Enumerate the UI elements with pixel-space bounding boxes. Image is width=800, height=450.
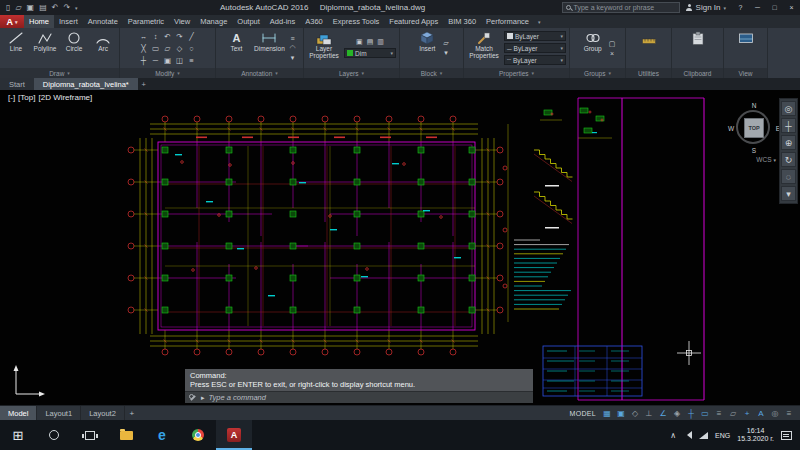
application-menu-button[interactable]: A ▾: [0, 15, 24, 28]
leader-tool-button[interactable]: ≡: [289, 35, 295, 42]
modify-tool-button[interactable]: ─: [153, 56, 158, 65]
tray-expand-icon[interactable]: ∧: [670, 431, 676, 440]
clock[interactable]: 16:14 15.3.2020 г.: [737, 427, 774, 443]
save-icon[interactable]: ▣: [27, 4, 35, 12]
new-drawing-button[interactable]: +: [138, 78, 150, 90]
viewcube-north[interactable]: N: [752, 102, 757, 109]
polyline-tool-button[interactable]: Polyline: [32, 29, 58, 67]
panel-label-draw[interactable]: Draw ▾: [0, 68, 119, 78]
tab-annotate[interactable]: Annotate: [83, 15, 123, 28]
plot-icon[interactable]: ▤: [39, 4, 47, 12]
tab-featured-apps[interactable]: Featured Apps: [384, 15, 443, 28]
panel-label-modify[interactable]: Modify ▾: [120, 68, 215, 78]
group-edit-button[interactable]: ×: [609, 50, 616, 57]
file-explorer-button[interactable]: [108, 420, 144, 450]
tab-performance[interactable]: Performance: [481, 15, 534, 28]
match-properties-button[interactable]: Match Properties: [467, 29, 501, 67]
view-controls-button[interactable]: [Top]: [18, 93, 35, 102]
network-icon[interactable]: [699, 432, 708, 439]
model-space-label[interactable]: MODEL: [570, 410, 596, 417]
circle-tool-button[interactable]: Circle: [61, 29, 87, 67]
modify-tool-button[interactable]: ◫: [176, 56, 183, 65]
layout-tab-model[interactable]: Model: [0, 406, 37, 420]
volume-icon[interactable]: [683, 431, 692, 439]
modify-tool-button[interactable]: ≡: [189, 56, 193, 65]
arc-tool-button[interactable]: Arc: [90, 29, 116, 67]
linetype-dropdown[interactable]: ┄ ByLayer ▾: [504, 55, 566, 65]
notification-center-icon[interactable]: [781, 431, 792, 440]
task-view-button[interactable]: [72, 420, 108, 450]
showmotion-button[interactable]: ◌: [781, 169, 796, 184]
panel-label-annotation[interactable]: Annotation ▾: [216, 68, 303, 78]
modify-tool-button[interactable]: ○: [189, 44, 194, 53]
autocad-taskbar-button[interactable]: A: [216, 420, 252, 450]
sign-in-button[interactable]: Sign In ▾: [680, 3, 732, 12]
line-tool-button[interactable]: Line: [3, 29, 29, 67]
grid-toggle[interactable]: ▦: [601, 407, 613, 419]
lineweight-toggle[interactable]: ≡: [713, 407, 725, 419]
modify-tool-button[interactable]: ▣: [164, 56, 171, 65]
ungroup-button[interactable]: ▢: [609, 40, 616, 48]
start-button[interactable]: ⊞: [0, 420, 36, 450]
panel-label-view[interactable]: View: [724, 68, 767, 78]
paste-button[interactable]: [685, 29, 711, 67]
panel-label-layers[interactable]: Layers ▾: [304, 68, 399, 78]
layer-state-button[interactable]: ▣: [356, 38, 363, 46]
file-tab-start[interactable]: Start: [0, 78, 34, 90]
orbit-button[interactable]: ↻: [781, 152, 796, 167]
modify-tool-button[interactable]: ┼: [141, 56, 146, 65]
viewport-menu-button[interactable]: [-]: [8, 93, 15, 102]
measure-button[interactable]: [636, 29, 662, 67]
help-search-input[interactable]: Type a keyword or phrase: [562, 2, 680, 13]
undo-icon[interactable]: ↶: [52, 4, 59, 12]
tab-addins[interactable]: Add-ins: [265, 15, 300, 28]
object-snap-tracking-toggle[interactable]: ┼: [685, 407, 697, 419]
modify-tool-button[interactable]: ↕: [154, 32, 158, 41]
navigation-wheel-button[interactable]: ◎: [781, 101, 796, 116]
qat-dropdown-icon[interactable]: ▾: [75, 5, 78, 11]
view-tool-button[interactable]: [733, 29, 759, 67]
modify-tool-button[interactable]: ↷: [176, 32, 182, 41]
panel-label-block[interactable]: Block ▾: [400, 68, 463, 78]
layout-tab-layout1[interactable]: Layout1: [37, 406, 81, 420]
group-button[interactable]: Group: [580, 29, 606, 67]
panel-label-clipboard[interactable]: Clipboard: [672, 68, 723, 78]
language-indicator[interactable]: ENG: [715, 432, 730, 439]
minimize-button[interactable]: ─: [749, 0, 766, 15]
snap-toggle[interactable]: ▣: [615, 407, 627, 419]
viewcube-top-face[interactable]: TOP: [744, 118, 764, 138]
close-button[interactable]: ×: [783, 0, 800, 15]
drawing-canvas[interactable]: [-] [Top] [2D Wireframe] N W S E TOP WCS…: [0, 90, 800, 405]
table-tool-button[interactable]: ◠: [289, 44, 295, 52]
lineweight-dropdown[interactable]: ─ ByLayer ▾: [504, 43, 566, 53]
customize-status-button[interactable]: ≡: [783, 407, 795, 419]
maximize-button[interactable]: □: [766, 0, 783, 15]
modify-tool-button[interactable]: ▭: [152, 44, 159, 53]
tab-bim360[interactable]: BIM 360: [443, 15, 481, 28]
tab-output[interactable]: Output: [232, 15, 265, 28]
layer-freeze-button[interactable]: ▥: [377, 38, 384, 46]
isodraft-toggle[interactable]: ◈: [671, 407, 683, 419]
annotation-more-icon[interactable]: ▾: [289, 54, 295, 62]
object-snap-toggle[interactable]: ▭: [699, 407, 711, 419]
tab-manage[interactable]: Manage: [195, 15, 232, 28]
panel-label-properties[interactable]: Properties ▾: [464, 68, 569, 78]
modify-tool-button[interactable]: ↔: [140, 32, 148, 41]
current-layer-dropdown[interactable]: Dim ▾: [344, 48, 396, 58]
customize-icon[interactable]: [189, 394, 197, 402]
infer-constraints-toggle[interactable]: ◇: [629, 407, 641, 419]
workspace-switcher[interactable]: ◎: [769, 407, 781, 419]
layout-tab-layout2[interactable]: Layout2: [81, 406, 125, 420]
layer-properties-button[interactable]: Layer Properties: [307, 29, 341, 67]
insert-block-button[interactable]: Insert: [414, 29, 440, 67]
tab-overflow-icon[interactable]: ▾: [534, 15, 545, 28]
pan-button[interactable]: ┼: [781, 118, 796, 133]
file-tab-document[interactable]: Diplomna_rabota_Ivelina*: [34, 78, 138, 90]
dynamic-input-toggle[interactable]: +: [741, 407, 753, 419]
panel-label-groups[interactable]: Groups ▾: [570, 68, 625, 78]
edge-button[interactable]: e: [144, 420, 180, 450]
annotation-scale-button[interactable]: A: [755, 407, 767, 419]
wcs-menu[interactable]: WCS ▾: [756, 156, 776, 163]
tab-view[interactable]: View: [169, 15, 195, 28]
new-layout-button[interactable]: +: [125, 406, 139, 420]
